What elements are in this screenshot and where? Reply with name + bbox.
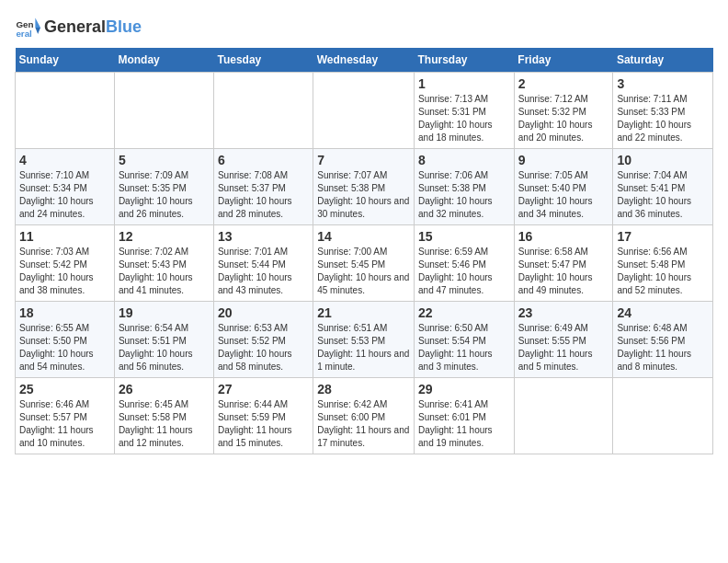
svg-marker-3 bbox=[35, 28, 40, 34]
day-cell: 29Sunrise: 6:41 AMSunset: 6:01 PMDayligh… bbox=[415, 378, 515, 454]
day-number: 15 bbox=[418, 229, 510, 244]
day-info: Sunrise: 7:11 AMSunset: 5:33 PMDaylight:… bbox=[617, 93, 709, 144]
day-number: 24 bbox=[617, 305, 709, 320]
day-cell: 28Sunrise: 6:42 AMSunset: 6:00 PMDayligh… bbox=[313, 378, 415, 454]
day-cell: 3Sunrise: 7:11 AMSunset: 5:33 PMDaylight… bbox=[613, 73, 713, 149]
day-info: Sunrise: 6:44 AMSunset: 5:59 PMDaylight:… bbox=[218, 398, 309, 450]
day-number: 8 bbox=[418, 153, 510, 167]
day-header-monday: Monday bbox=[114, 48, 213, 73]
page-header: Gen eral GeneralBlue bbox=[15, 15, 713, 40]
logo-text: GeneralBlue bbox=[44, 18, 142, 37]
day-info: Sunrise: 7:06 AMSunset: 5:38 PMDaylight:… bbox=[418, 169, 510, 221]
day-number: 11 bbox=[19, 229, 110, 244]
week-row-4: 18Sunrise: 6:55 AMSunset: 5:50 PMDayligh… bbox=[16, 302, 713, 378]
day-info: Sunrise: 6:55 AMSunset: 5:50 PMDaylight:… bbox=[19, 322, 110, 373]
day-info: Sunrise: 7:04 AMSunset: 5:41 PMDaylight:… bbox=[617, 169, 709, 221]
day-cell: 23Sunrise: 6:49 AMSunset: 5:55 PMDayligh… bbox=[514, 302, 613, 378]
day-info: Sunrise: 6:41 AMSunset: 6:01 PMDaylight:… bbox=[418, 398, 510, 450]
day-cell: 4Sunrise: 7:10 AMSunset: 5:34 PMDaylight… bbox=[16, 149, 115, 225]
calendar-table: SundayMondayTuesdayWednesdayThursdayFrid… bbox=[15, 48, 713, 454]
svg-text:eral: eral bbox=[16, 29, 32, 39]
day-number: 23 bbox=[518, 305, 609, 320]
logo: Gen eral GeneralBlue bbox=[15, 15, 142, 40]
day-info: Sunrise: 7:13 AMSunset: 5:31 PMDaylight:… bbox=[418, 93, 510, 144]
day-cell: 2Sunrise: 7:12 AMSunset: 5:32 PMDaylight… bbox=[514, 73, 613, 149]
day-number: 20 bbox=[218, 305, 309, 320]
day-number: 22 bbox=[418, 305, 510, 320]
day-cell bbox=[114, 73, 213, 149]
day-number: 25 bbox=[19, 382, 110, 396]
day-cell: 14Sunrise: 7:00 AMSunset: 5:45 PMDayligh… bbox=[313, 225, 415, 302]
day-header-sunday: Sunday bbox=[16, 48, 115, 73]
day-header-tuesday: Tuesday bbox=[213, 48, 313, 73]
day-header-thursday: Thursday bbox=[415, 48, 515, 73]
day-number: 6 bbox=[218, 153, 309, 167]
day-number: 19 bbox=[119, 305, 210, 320]
day-header-wednesday: Wednesday bbox=[313, 48, 415, 73]
day-number: 16 bbox=[518, 229, 609, 244]
week-row-3: 11Sunrise: 7:03 AMSunset: 5:42 PMDayligh… bbox=[16, 225, 713, 302]
day-cell: 26Sunrise: 6:45 AMSunset: 5:58 PMDayligh… bbox=[114, 378, 213, 454]
week-row-2: 4Sunrise: 7:10 AMSunset: 5:34 PMDaylight… bbox=[16, 149, 713, 225]
day-number: 28 bbox=[317, 382, 410, 396]
day-cell: 7Sunrise: 7:07 AMSunset: 5:38 PMDaylight… bbox=[313, 149, 415, 225]
day-number: 2 bbox=[518, 76, 609, 91]
day-cell: 24Sunrise: 6:48 AMSunset: 5:56 PMDayligh… bbox=[613, 302, 713, 378]
day-cell: 16Sunrise: 6:58 AMSunset: 5:47 PMDayligh… bbox=[514, 225, 613, 302]
day-info: Sunrise: 7:09 AMSunset: 5:35 PMDaylight:… bbox=[119, 169, 210, 221]
day-number: 27 bbox=[218, 382, 309, 396]
day-number: 13 bbox=[218, 229, 309, 244]
day-cell bbox=[613, 378, 713, 454]
day-number: 18 bbox=[19, 305, 110, 320]
day-info: Sunrise: 7:08 AMSunset: 5:37 PMDaylight:… bbox=[218, 169, 309, 221]
week-row-1: 1Sunrise: 7:13 AMSunset: 5:31 PMDaylight… bbox=[16, 73, 713, 149]
day-number: 12 bbox=[119, 229, 210, 244]
day-cell: 19Sunrise: 6:54 AMSunset: 5:51 PMDayligh… bbox=[114, 302, 213, 378]
day-cell: 18Sunrise: 6:55 AMSunset: 5:50 PMDayligh… bbox=[16, 302, 115, 378]
day-info: Sunrise: 6:48 AMSunset: 5:56 PMDaylight:… bbox=[617, 322, 709, 373]
day-cell: 17Sunrise: 6:56 AMSunset: 5:48 PMDayligh… bbox=[613, 225, 713, 302]
day-info: Sunrise: 7:03 AMSunset: 5:42 PMDaylight:… bbox=[19, 246, 110, 297]
day-number: 21 bbox=[317, 305, 410, 320]
day-info: Sunrise: 6:49 AMSunset: 5:55 PMDaylight:… bbox=[518, 322, 609, 373]
day-info: Sunrise: 7:05 AMSunset: 5:40 PMDaylight:… bbox=[518, 169, 609, 221]
day-info: Sunrise: 6:53 AMSunset: 5:52 PMDaylight:… bbox=[218, 322, 309, 373]
day-cell: 15Sunrise: 6:59 AMSunset: 5:46 PMDayligh… bbox=[415, 225, 515, 302]
day-cell: 25Sunrise: 6:46 AMSunset: 5:57 PMDayligh… bbox=[16, 378, 115, 454]
day-number: 3 bbox=[617, 76, 709, 91]
day-number: 5 bbox=[119, 153, 210, 167]
day-cell bbox=[313, 73, 415, 149]
day-cell: 20Sunrise: 6:53 AMSunset: 5:52 PMDayligh… bbox=[213, 302, 313, 378]
day-info: Sunrise: 6:54 AMSunset: 5:51 PMDaylight:… bbox=[119, 322, 210, 373]
day-number: 29 bbox=[418, 382, 510, 396]
day-number: 9 bbox=[518, 153, 609, 167]
day-cell: 27Sunrise: 6:44 AMSunset: 5:59 PMDayligh… bbox=[213, 378, 313, 454]
day-info: Sunrise: 6:59 AMSunset: 5:46 PMDaylight:… bbox=[418, 246, 510, 297]
day-cell bbox=[16, 73, 115, 149]
day-header-friday: Friday bbox=[514, 48, 613, 73]
day-cell: 5Sunrise: 7:09 AMSunset: 5:35 PMDaylight… bbox=[114, 149, 213, 225]
day-number: 10 bbox=[617, 153, 709, 167]
day-cell: 13Sunrise: 7:01 AMSunset: 5:44 PMDayligh… bbox=[213, 225, 313, 302]
day-number: 1 bbox=[418, 76, 510, 91]
day-info: Sunrise: 7:00 AMSunset: 5:45 PMDaylight:… bbox=[317, 246, 410, 297]
day-cell: 22Sunrise: 6:50 AMSunset: 5:54 PMDayligh… bbox=[415, 302, 515, 378]
day-info: Sunrise: 6:46 AMSunset: 5:57 PMDaylight:… bbox=[19, 398, 110, 450]
day-cell: 12Sunrise: 7:02 AMSunset: 5:43 PMDayligh… bbox=[114, 225, 213, 302]
day-cell: 10Sunrise: 7:04 AMSunset: 5:41 PMDayligh… bbox=[613, 149, 713, 225]
day-cell: 9Sunrise: 7:05 AMSunset: 5:40 PMDaylight… bbox=[514, 149, 613, 225]
day-cell: 21Sunrise: 6:51 AMSunset: 5:53 PMDayligh… bbox=[313, 302, 415, 378]
day-cell bbox=[213, 73, 313, 149]
day-number: 7 bbox=[317, 153, 410, 167]
header-row: SundayMondayTuesdayWednesdayThursdayFrid… bbox=[16, 48, 713, 73]
day-info: Sunrise: 6:51 AMSunset: 5:53 PMDaylight:… bbox=[317, 322, 410, 373]
day-number: 14 bbox=[317, 229, 410, 244]
day-cell bbox=[514, 378, 613, 454]
day-info: Sunrise: 6:50 AMSunset: 5:54 PMDaylight:… bbox=[418, 322, 510, 373]
day-cell: 11Sunrise: 7:03 AMSunset: 5:42 PMDayligh… bbox=[16, 225, 115, 302]
day-info: Sunrise: 6:42 AMSunset: 6:00 PMDaylight:… bbox=[317, 398, 410, 450]
day-number: 4 bbox=[19, 153, 110, 167]
day-cell: 1Sunrise: 7:13 AMSunset: 5:31 PMDaylight… bbox=[415, 73, 515, 149]
day-info: Sunrise: 7:02 AMSunset: 5:43 PMDaylight:… bbox=[119, 246, 210, 297]
week-row-5: 25Sunrise: 6:46 AMSunset: 5:57 PMDayligh… bbox=[16, 378, 713, 454]
